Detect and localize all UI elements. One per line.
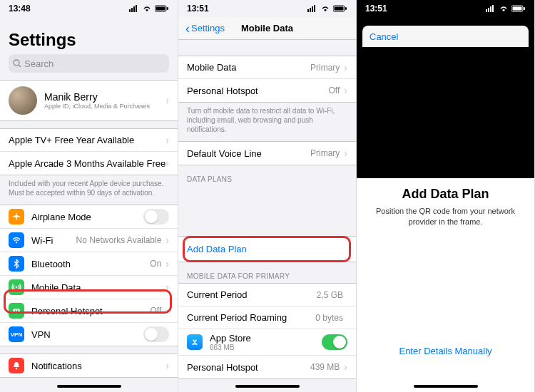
row-wifi[interactable]: Wi-Fi No Networks Available › [0, 229, 178, 252]
cellular-icon [486, 5, 496, 12]
chevron-right-icon: › [165, 234, 169, 246]
profile-row[interactable]: Manik Berry Apple ID, iCloud, Media & Pu… [0, 80, 178, 121]
search-icon [13, 59, 21, 68]
svg-rect-26 [513, 7, 522, 11]
vpn-toggle[interactable] [143, 326, 169, 342]
antenna-icon [9, 279, 24, 295]
svg-rect-27 [524, 7, 525, 10]
row-mobile-data[interactable]: Mobile Data Primary › [178, 56, 356, 79]
airplane-toggle[interactable] [143, 209, 169, 225]
row-default-voice[interactable]: Default Voice Line Primary › [178, 142, 356, 165]
screen-add-data-plan: 13:51 Cancel Add Data Plan Position the … [357, 0, 535, 392]
section-data-plans: DATA PLANS [178, 165, 356, 186]
svg-point-13 [16, 368, 17, 369]
row-current-period: Current Period 2,5 GB [178, 284, 356, 306]
appstore-icon [187, 334, 203, 350]
svg-point-7 [14, 60, 19, 66]
svg-rect-17 [314, 5, 315, 12]
status-time: 13:51 [187, 4, 209, 14]
svg-rect-14 [307, 9, 309, 12]
enter-manually-button[interactable]: Enter Details Manually [357, 346, 534, 356]
add-plan-sub: Position the QR code from your network p… [368, 206, 523, 227]
status-bar: 13:51 [178, 0, 356, 17]
page-title: Settings [0, 17, 178, 54]
chevron-right-icon: › [165, 95, 169, 106]
chevron-right-icon: › [344, 85, 347, 96]
airplane-icon [9, 209, 24, 225]
svg-rect-0 [129, 9, 131, 12]
svg-rect-16 [312, 6, 313, 12]
battery-icon [333, 5, 347, 12]
row-airplane[interactable]: Airplane Mode [0, 205, 178, 229]
chevron-right-icon: › [165, 305, 169, 316]
battery-icon [155, 5, 169, 12]
row-hotspot[interactable]: Personal Hotspot Off › [0, 299, 178, 323]
nav-bar: ‹ Settings Mobile Data [178, 17, 356, 40]
svg-rect-3 [136, 5, 137, 12]
row-vpn[interactable]: VPN VPN [0, 323, 178, 346]
chevron-right-icon: › [344, 148, 347, 159]
svg-rect-6 [167, 7, 168, 10]
profile-name: Manik Berry [44, 91, 165, 103]
svg-line-8 [19, 65, 21, 67]
chevron-right-icon: › [165, 158, 169, 169]
bell-icon [9, 358, 24, 373]
svg-rect-21 [486, 9, 487, 12]
chevron-right-icon: › [165, 282, 169, 293]
vpn-icon: VPN [9, 326, 24, 342]
svg-rect-20 [345, 7, 347, 10]
home-indicator[interactable] [57, 385, 121, 388]
battery-icon [511, 5, 526, 12]
home-indicator[interactable] [414, 385, 478, 388]
bluetooth-icon [9, 256, 24, 272]
home-indicator[interactable] [235, 385, 300, 388]
chevron-right-icon: › [165, 258, 169, 269]
row-app-store[interactable]: App Store 663 MB [178, 329, 356, 356]
row-hotspot[interactable]: Personal Hotspot Off › [178, 79, 356, 102]
data-note: Turn off mobile data to restrict all dat… [178, 103, 356, 134]
cellular-icon [307, 5, 317, 12]
row-notifications[interactable]: Notifications › [0, 354, 178, 377]
qr-camera-area: 13:51 Cancel [357, 0, 534, 178]
profile-sub: Apple ID, iCloud, Media & Purchases [44, 103, 165, 110]
promo-footer: Included with your recent Apple device p… [0, 175, 178, 197]
status-bar: 13:48 [0, 0, 178, 17]
cellular-icon [129, 5, 139, 12]
row-mobile-data[interactable]: Mobile Data › [0, 276, 178, 299]
cancel-button[interactable]: Cancel [370, 31, 398, 42]
wifi-icon [9, 232, 24, 248]
link-icon [9, 303, 24, 319]
svg-rect-19 [335, 7, 344, 11]
svg-rect-5 [156, 7, 165, 11]
svg-point-10 [16, 287, 18, 289]
status-time: 13:48 [9, 4, 31, 14]
wifi-icon [142, 5, 152, 12]
wifi-icon [320, 5, 330, 12]
search-input[interactable]: Search [9, 54, 169, 73]
chevron-right-icon: › [165, 360, 169, 371]
svg-rect-15 [310, 8, 311, 12]
section-primary: MOBILE DATA FOR PRIMARY [178, 262, 356, 283]
promo-arcade[interactable]: Apple Arcade 3 Months Available Free › [0, 152, 178, 175]
avatar [9, 86, 37, 115]
svg-rect-2 [133, 6, 135, 12]
row-bluetooth[interactable]: Bluetooth On › [0, 252, 178, 276]
promo-appletv[interactable]: Apple TV+ Free Year Available › [0, 129, 178, 152]
back-button[interactable]: ‹ Settings [185, 23, 225, 33]
svg-rect-24 [492, 5, 494, 12]
svg-rect-1 [131, 8, 133, 12]
screen-settings-root: 13:48 Settings Search Manik Berry Apple … [0, 0, 178, 392]
chevron-right-icon: › [344, 361, 347, 373]
wifi-icon [499, 5, 509, 12]
row-hotspot-usage[interactable]: Personal Hotspot 439 MB › [178, 356, 356, 378]
search-placeholder: Search [24, 58, 54, 69]
screen-mobile-data: 13:51 ‹ Settings Mobile Data Mobile Data… [178, 0, 357, 392]
svg-rect-23 [490, 6, 491, 12]
row-roaming: Current Period Roaming 0 bytes [178, 306, 356, 329]
appstore-toggle[interactable] [322, 334, 347, 350]
add-data-plan-button[interactable]: Add Data Plan [178, 236, 356, 262]
chevron-right-icon: › [344, 62, 347, 73]
svg-rect-22 [488, 8, 489, 12]
svg-point-9 [16, 242, 17, 243]
status-bar: 13:51 [357, 0, 534, 17]
